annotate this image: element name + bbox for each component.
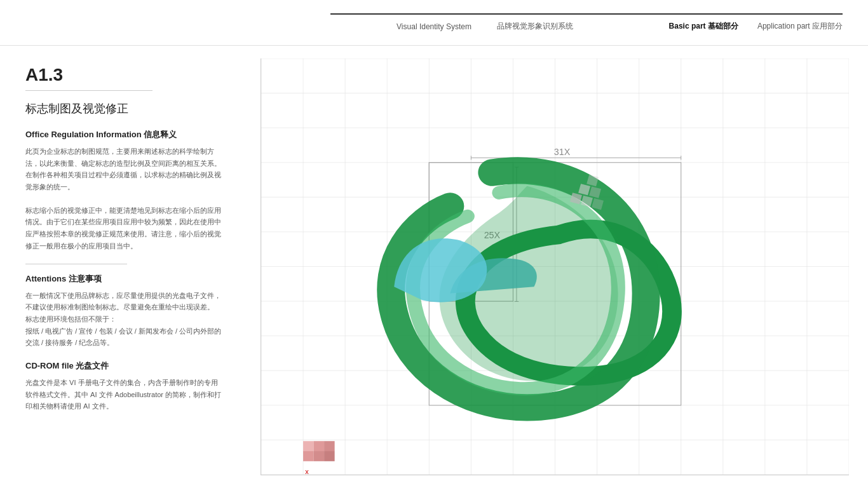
content-block-3: CD-ROM file 光盘文件 光盘文件是本 VI 手册电子文件的集合，内含手… xyxy=(25,360,222,412)
svg-rect-40 xyxy=(324,441,335,451)
page-number: A1.3 xyxy=(25,65,222,85)
svg-text:x: x xyxy=(305,468,309,475)
sub-divider xyxy=(25,264,127,264)
main-content: A1.3 标志制图及视觉修正 Office Regulation Informa… xyxy=(0,46,868,488)
nav-application: Application part 应用部分 xyxy=(757,21,843,32)
block-1-title: Office Regulation Information 信息释义 xyxy=(25,129,222,140)
block-3-para-1: 光盘文件是本 VI 手册电子文件的集合，内含手册制作时的专用软件格式文件。其中 … xyxy=(25,377,222,412)
svg-text:31X: 31X xyxy=(554,147,571,157)
header-right-nav: Basic part 基础部分 Application part 应用部分 xyxy=(639,13,843,32)
block-2-para-1: 在一般情况下使用品牌标志，应尽量使用提供的光盘电子文件，不建议使用标准制图绘制标… xyxy=(25,290,222,349)
svg-rect-43 xyxy=(324,451,335,461)
svg-rect-41 xyxy=(303,451,314,461)
chart-container: 31X 25X x xyxy=(261,58,849,475)
header-center-nav: Visual Identity System 品牌视觉形象识别系统 xyxy=(330,13,639,32)
page-divider xyxy=(25,90,153,91)
right-panel: 31X 25X x xyxy=(248,46,868,488)
nav-vis-zh: 品牌视觉形象识别系统 xyxy=(497,21,573,32)
content-block-2: Attentions 注意事项 在一般情况下使用品牌标志，应尽量使用提供的光盘电… xyxy=(25,273,222,349)
block-1-para-1: 此页为企业标志的制图规范，主要用来阐述标志的科学绘制方法，以此来衡量、确定标志的… xyxy=(25,146,222,193)
nav-vis-en: Visual Identity System xyxy=(397,22,471,31)
block-1-para-2: 标志缩小后的视觉修正中，能更清楚地见到标志在缩小后的应用情况。由于它们在某些应用… xyxy=(25,205,222,252)
block-2-title: Attentions 注意事项 xyxy=(25,273,222,285)
svg-rect-42 xyxy=(314,451,325,461)
grid-svg: 31X 25X x xyxy=(261,58,849,475)
header: Visual Identity System 品牌视觉形象识别系统 Basic … xyxy=(0,0,868,46)
content-block-1: Office Regulation Information 信息释义 此页为企业… xyxy=(25,129,222,252)
svg-rect-38 xyxy=(303,441,314,451)
block-3-title: CD-ROM file 光盘文件 xyxy=(25,360,222,372)
nav-basic: Basic part 基础部分 xyxy=(669,21,738,32)
section-title: 标志制图及视觉修正 xyxy=(25,101,222,116)
svg-rect-39 xyxy=(314,441,325,451)
left-panel: A1.3 标志制图及视觉修正 Office Regulation Informa… xyxy=(0,46,248,488)
